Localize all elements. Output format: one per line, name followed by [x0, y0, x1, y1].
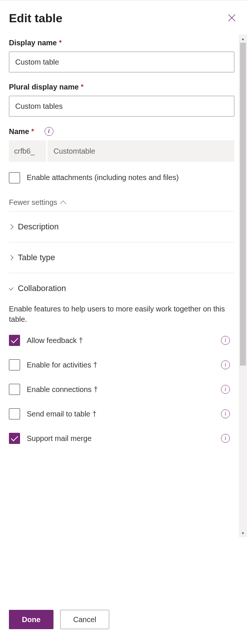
- display-name-input[interactable]: [9, 52, 234, 72]
- fewer-settings-toggle[interactable]: Fewer settings: [9, 198, 234, 207]
- info-icon[interactable]: i: [221, 409, 230, 418]
- info-icon[interactable]: i: [221, 336, 230, 345]
- close-icon: [228, 14, 236, 22]
- cancel-button[interactable]: Cancel: [60, 610, 109, 629]
- send-email-checkbox[interactable]: [9, 408, 20, 419]
- chevron-up-icon: [60, 200, 66, 207]
- scrollbar-thumb[interactable]: [240, 43, 246, 366]
- enable-activities-checkbox[interactable]: [9, 359, 20, 370]
- name-label: Name * i: [9, 127, 234, 136]
- info-icon[interactable]: i: [221, 434, 230, 443]
- enable-activities-label: Enable for activities †: [27, 361, 214, 369]
- support-mail-merge-label: Support mail merge: [27, 434, 214, 443]
- display-name-label: Display name *: [9, 39, 234, 47]
- info-icon[interactable]: i: [221, 385, 230, 394]
- scroll-up-arrow[interactable]: ▲: [239, 35, 247, 43]
- plural-display-name-label: Plural display name *: [9, 83, 234, 91]
- enable-attachments-checkbox[interactable]: [9, 172, 20, 183]
- info-icon[interactable]: i: [45, 127, 53, 136]
- enable-attachments-label: Enable attachments (including notes and …: [27, 172, 234, 183]
- page-title: Edit table: [9, 12, 62, 25]
- collaboration-section-header[interactable]: Collaboration: [9, 273, 234, 304]
- required-indicator: *: [81, 83, 84, 91]
- required-indicator: *: [31, 128, 34, 135]
- enable-connections-label: Enable connections †: [27, 385, 214, 394]
- name-prefix: crfb6_: [9, 140, 46, 162]
- send-email-label: Send email to table †: [27, 410, 214, 418]
- name-input: [48, 140, 234, 162]
- scroll-down-arrow[interactable]: ▼: [239, 529, 247, 537]
- info-icon[interactable]: i: [221, 360, 230, 369]
- allow-feedback-label: Allow feedback †: [27, 336, 214, 345]
- chevron-down-icon: [9, 285, 13, 290]
- enable-connections-checkbox[interactable]: [9, 384, 20, 395]
- chevron-right-icon: [9, 255, 13, 260]
- allow-feedback-checkbox[interactable]: [9, 335, 20, 346]
- done-button[interactable]: Done: [9, 610, 53, 629]
- support-mail-merge-checkbox[interactable]: [9, 433, 20, 444]
- close-button[interactable]: [225, 12, 238, 24]
- description-section-header[interactable]: Description: [9, 212, 234, 242]
- scrollbar[interactable]: ▲ ▼: [239, 35, 247, 537]
- chevron-right-icon: [9, 224, 13, 229]
- table-type-section-header[interactable]: Table type: [9, 242, 234, 273]
- required-indicator: *: [59, 39, 62, 47]
- collaboration-description: Enable features to help users to more ea…: [9, 304, 234, 324]
- plural-display-name-input[interactable]: [9, 96, 234, 117]
